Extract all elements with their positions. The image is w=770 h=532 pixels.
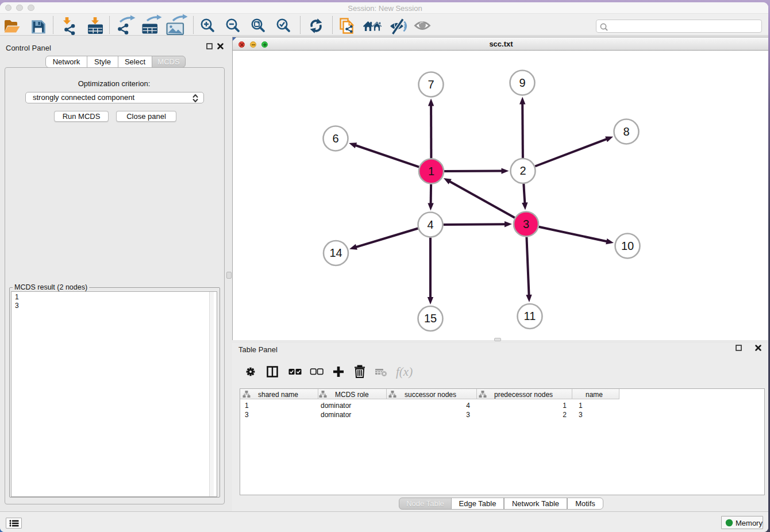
svg-text:Memory: Memory: [736, 519, 763, 527]
svg-text:11: 11: [524, 310, 536, 322]
svg-text:15: 15: [424, 312, 437, 325]
svg-text:8: 8: [623, 125, 629, 138]
svg-text:10: 10: [621, 240, 634, 252]
svg-text:f(x): f(x): [396, 365, 413, 379]
svg-text:4: 4: [427, 218, 433, 231]
svg-text:9: 9: [519, 76, 525, 89]
svg-text:14: 14: [329, 246, 342, 259]
svg-text:6: 6: [332, 132, 338, 145]
svg-text:7: 7: [428, 78, 434, 91]
svg-text:3: 3: [523, 218, 529, 230]
svg-text:1: 1: [428, 165, 434, 178]
svg-text:2: 2: [519, 164, 526, 177]
